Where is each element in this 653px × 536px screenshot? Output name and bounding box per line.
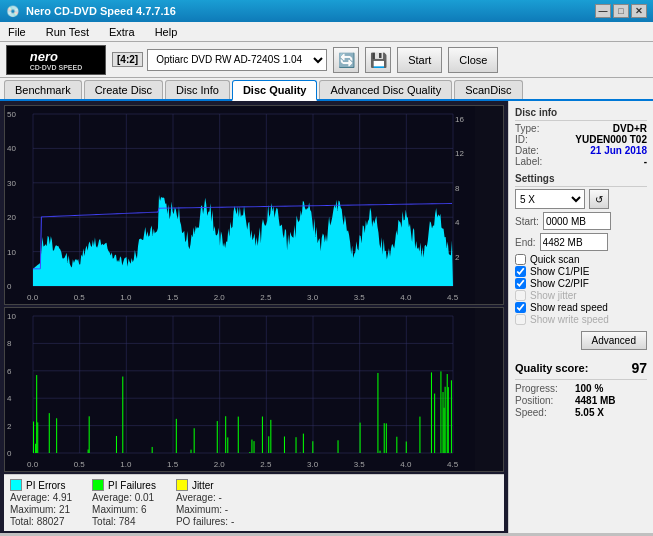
end-label: End: [515, 237, 536, 248]
pi-errors-total: Total: 88027 [10, 516, 72, 527]
disc-type-label: Type: [515, 123, 539, 134]
quick-scan-row: Quick scan [515, 254, 647, 265]
start-label: Start: [515, 216, 539, 227]
pi-failures-color [92, 479, 104, 491]
save-icon-button[interactable]: 💾 [365, 47, 391, 73]
tab-disc-info[interactable]: Disc Info [165, 80, 230, 99]
app-icon: 💿 [6, 5, 20, 18]
main-content: PI Errors Average: 4.91 Maximum: 21 Tota… [0, 101, 653, 533]
settings-section: Settings 5 X ↺ Start: End: Quick scan [515, 173, 647, 350]
refresh-icon-button[interactable]: 🔄 [333, 47, 359, 73]
quality-score-row: Quality score: 97 [515, 360, 647, 376]
pi-failures-max: Maximum: 6 [92, 504, 156, 515]
disc-info-title: Disc info [515, 107, 647, 121]
menu-bar: File Run Test Extra Help [0, 22, 653, 42]
show-jitter-checkbox[interactable] [515, 290, 526, 301]
jitter-color [176, 479, 188, 491]
progress-row: Progress: 100 % [515, 383, 647, 394]
position-value: 4481 MB [575, 395, 647, 406]
legend-area: PI Errors Average: 4.91 Maximum: 21 Tota… [4, 474, 504, 531]
menu-file[interactable]: File [4, 24, 30, 40]
menu-extra[interactable]: Extra [105, 24, 139, 40]
quick-scan-label: Quick scan [530, 254, 579, 265]
progress-label: Progress: [515, 383, 575, 394]
show-read-speed-row: Show read speed [515, 302, 647, 313]
refresh-speed-button[interactable]: ↺ [589, 189, 609, 209]
start-button[interactable]: Start [397, 47, 442, 73]
show-c1pie-checkbox[interactable] [515, 266, 526, 277]
drive-dropdown[interactable]: Optiarc DVD RW AD-7240S 1.04 [147, 49, 327, 71]
maximize-button[interactable]: □ [613, 4, 629, 18]
pi-failures-avg: Average: 0.01 [92, 492, 156, 503]
disc-label-label: Label: [515, 156, 542, 167]
show-read-speed-checkbox[interactable] [515, 302, 526, 313]
disc-id-label: ID: [515, 134, 528, 145]
title-bar: 💿 Nero CD-DVD Speed 4.7.7.16 — □ ✕ [0, 0, 653, 22]
menu-help[interactable]: Help [151, 24, 182, 40]
show-jitter-label: Show jitter [530, 290, 577, 301]
top-chart [4, 105, 504, 305]
legend-pi-errors: PI Errors Average: 4.91 Maximum: 21 Tota… [10, 479, 72, 527]
disc-type-row: Type: DVD+R [515, 123, 647, 134]
position-label: Position: [515, 395, 575, 406]
tab-create-disc[interactable]: Create Disc [84, 80, 163, 99]
legend-jitter: Jitter Average: - Maximum: - PO failures… [176, 479, 234, 527]
minimize-button[interactable]: — [595, 4, 611, 18]
show-c1pie-row: Show C1/PIE [515, 266, 647, 277]
disc-id-row: ID: YUDEN000 T02 [515, 134, 647, 145]
pi-failures-total: Total: 784 [92, 516, 156, 527]
show-write-speed-checkbox[interactable] [515, 314, 526, 325]
quality-score-label: Quality score: [515, 362, 588, 374]
pi-errors-color [10, 479, 22, 491]
progress-value: 100 % [575, 383, 647, 394]
speed-row: 5 X ↺ [515, 189, 647, 209]
tabs: Benchmark Create Disc Disc Info Disc Qua… [0, 78, 653, 101]
right-panel: Disc info Type: DVD+R ID: YUDEN000 T02 D… [508, 101, 653, 533]
logo: nero CD·DVD SPEED [6, 45, 106, 75]
pi-errors-max: Maximum: 21 [10, 504, 72, 515]
drive-select-area: [4:2] Optiarc DVD RW AD-7240S 1.04 [112, 49, 327, 71]
tab-disc-quality[interactable]: Disc Quality [232, 80, 318, 101]
chart-area: PI Errors Average: 4.91 Maximum: 21 Tota… [0, 101, 508, 533]
menu-run-test[interactable]: Run Test [42, 24, 93, 40]
close-title-button[interactable]: ✕ [631, 4, 647, 18]
jitter-max: Maximum: - [176, 504, 234, 515]
title-bar-left: 💿 Nero CD-DVD Speed 4.7.7.16 [6, 5, 176, 18]
quality-section: Quality score: 97 Progress: 100 % Positi… [515, 356, 647, 419]
tab-scandisc[interactable]: ScanDisc [454, 80, 522, 99]
jitter-avg: Average: - [176, 492, 234, 503]
disc-info-section: Disc info Type: DVD+R ID: YUDEN000 T02 D… [515, 107, 647, 167]
position-row: Position: 4481 MB [515, 395, 647, 406]
app-title: Nero CD-DVD Speed 4.7.7.16 [26, 5, 176, 17]
toolbar: nero CD·DVD SPEED [4:2] Optiarc DVD RW A… [0, 42, 653, 78]
show-jitter-row: Show jitter [515, 290, 647, 301]
show-c2pif-label: Show C2/PIF [530, 278, 589, 289]
show-write-speed-row: Show write speed [515, 314, 647, 325]
show-c2pif-checkbox[interactable] [515, 278, 526, 289]
end-input[interactable] [540, 233, 608, 251]
end-row: End: [515, 233, 647, 251]
disc-type-value: DVD+R [613, 123, 647, 134]
pi-failures-label: PI Failures [108, 480, 156, 491]
disc-date-row: Date: 21 Jun 2018 [515, 145, 647, 156]
speed-label: Speed: [515, 407, 575, 418]
speed-row-quality: Speed: 5.05 X [515, 407, 647, 418]
show-c1pie-label: Show C1/PIE [530, 266, 589, 277]
tab-advanced-disc-quality[interactable]: Advanced Disc Quality [319, 80, 452, 99]
speed-value: 5.05 X [575, 407, 647, 418]
quick-scan-checkbox[interactable] [515, 254, 526, 265]
legend-pi-failures: PI Failures Average: 0.01 Maximum: 6 Tot… [92, 479, 156, 527]
settings-title: Settings [515, 173, 647, 187]
show-c2pif-row: Show C2/PIF [515, 278, 647, 289]
start-input[interactable] [543, 212, 611, 230]
disc-id-value: YUDEN000 T02 [575, 134, 647, 145]
quality-score-value: 97 [631, 360, 647, 376]
start-row: Start: [515, 212, 647, 230]
advanced-button[interactable]: Advanced [581, 331, 647, 350]
jitter-label: Jitter [192, 480, 214, 491]
speed-select[interactable]: 5 X [515, 189, 585, 209]
close-button[interactable]: Close [448, 47, 498, 73]
tab-benchmark[interactable]: Benchmark [4, 80, 82, 99]
pi-errors-label: PI Errors [26, 480, 65, 491]
po-failures: PO failures: - [176, 516, 234, 527]
